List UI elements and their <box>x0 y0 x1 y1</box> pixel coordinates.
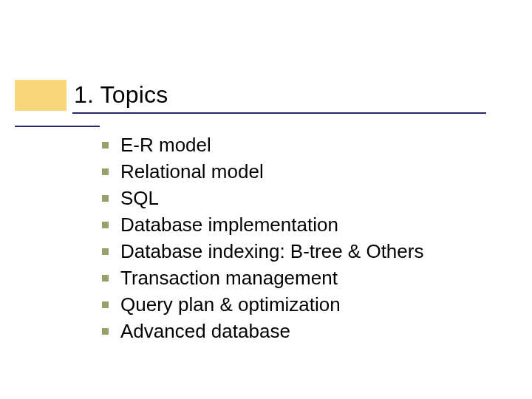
list-item-label: Database implementation <box>120 211 338 238</box>
list-item-label: E-R model <box>120 132 211 158</box>
list-item: Advanced database <box>102 318 423 344</box>
list-item: E-R model <box>102 132 423 158</box>
list-item: Database implementation <box>102 211 423 238</box>
list-item: Relational model <box>102 158 423 185</box>
list-item: Transaction management <box>102 265 423 291</box>
slide-title: 1. Topics <box>74 81 168 109</box>
topic-list: E-R model Relational model SQL Database … <box>102 132 423 344</box>
square-bullet-icon <box>102 328 109 335</box>
square-bullet-icon <box>102 168 109 175</box>
square-bullet-icon <box>102 222 109 228</box>
slide: 1. Topics E-R model Relational model SQL… <box>0 0 532 399</box>
list-item: SQL <box>102 185 423 211</box>
list-item: Database indexing: B-tree & Others <box>102 238 423 265</box>
divider-long <box>72 112 486 114</box>
list-item-label: Transaction management <box>120 265 338 291</box>
list-item-label: Database indexing: B-tree & Others <box>120 238 423 265</box>
divider-short <box>15 126 100 127</box>
square-bullet-icon <box>102 248 109 255</box>
list-item: Query plan & optimization <box>102 291 423 318</box>
square-bullet-icon <box>102 195 109 202</box>
accent-box <box>15 80 66 111</box>
list-item-label: Advanced database <box>120 318 290 344</box>
square-bullet-icon <box>102 142 109 149</box>
list-item-label: Query plan & optimization <box>120 291 341 318</box>
list-item-label: Relational model <box>120 158 264 185</box>
square-bullet-icon <box>102 301 109 308</box>
square-bullet-icon <box>102 275 109 282</box>
list-item-label: SQL <box>120 185 159 211</box>
